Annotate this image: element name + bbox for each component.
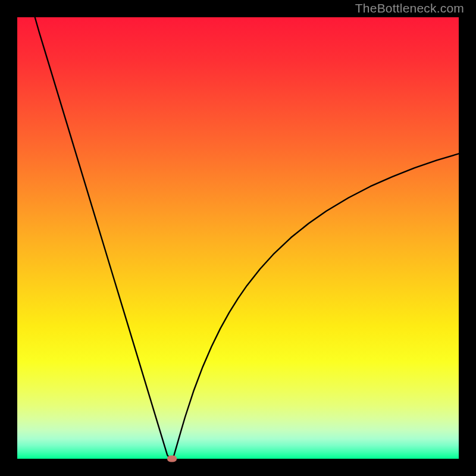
watermark-text: TheBottleneck.com (355, 1, 464, 15)
chart-plot-area (17, 17, 459, 459)
outer-frame: TheBottleneck.com (0, 0, 476, 476)
chart-svg (17, 17, 459, 459)
optimum-marker (167, 456, 177, 462)
chart-background (17, 17, 459, 459)
